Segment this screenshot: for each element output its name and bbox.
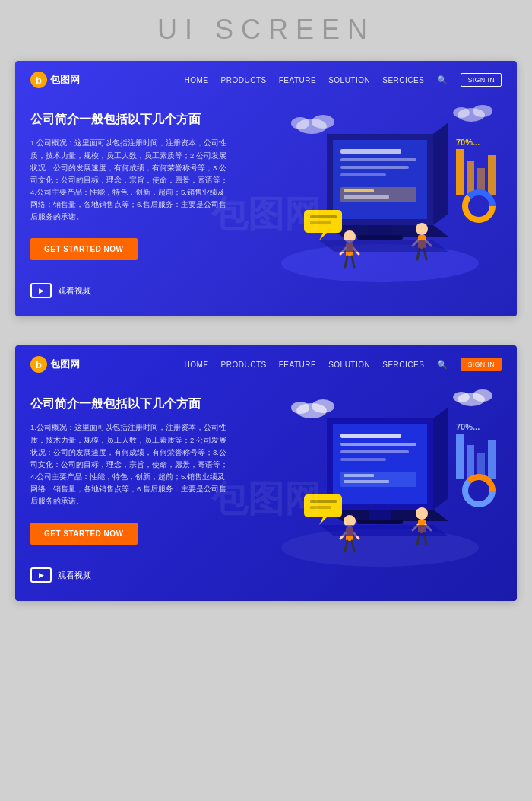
svg-point-27	[416, 223, 428, 235]
search-icon-bottom[interactable]: 🔍	[436, 358, 448, 370]
logo-text-top: 包图网	[50, 73, 80, 87]
svg-rect-47	[340, 434, 401, 438]
svg-rect-57	[357, 520, 403, 524]
right-illustration-top: 70%...	[228, 103, 502, 301]
nav-solution-bottom[interactable]: SOLUTION	[328, 361, 370, 369]
nav-feature-bottom[interactable]: FEATURE	[279, 361, 316, 369]
ui-card-top: b 包图网 HOME PRODUCTS FEATURE SOLUTION SER…	[15, 61, 517, 316]
logo-icon-top: b	[30, 72, 47, 88]
video-play-icon-top[interactable]: ▶	[30, 283, 52, 298]
svg-point-86	[473, 389, 492, 402]
nav-feature-top[interactable]: FEATURE	[279, 76, 316, 84]
svg-rect-49	[340, 450, 409, 453]
illustration-top: 70%...	[251, 88, 509, 316]
nav-products-bottom[interactable]: PRODUCTS	[221, 361, 267, 369]
svg-rect-37	[310, 221, 331, 224]
svg-point-83	[312, 399, 334, 413]
cards-gap	[0, 327, 532, 339]
svg-marker-33	[319, 240, 448, 252]
content-area-bottom: 公司简介一般包括以下几个方面 1.公司概况：这里面可以包括注册时间，注册资本，公…	[15, 380, 517, 601]
description-bottom: 1.公司概况：这里面可以包括注册时间，注册资本，公司性质，技术力量，规模，员工人…	[30, 421, 228, 507]
svg-point-42	[473, 105, 492, 117]
nav-links-top: HOME PRODUCTS FEATURE SOLUTION SERCICES …	[185, 73, 502, 87]
svg-rect-6	[340, 173, 386, 176]
svg-rect-36	[310, 215, 337, 218]
navbar-top: b 包图网 HOME PRODUCTS FEATURE SOLUTION SER…	[15, 61, 517, 96]
svg-rect-13	[357, 235, 403, 240]
right-illustration-bottom: 70%...	[228, 388, 502, 586]
nav-home-top[interactable]: HOME	[185, 76, 209, 84]
left-content-top: 公司简介一般包括以下几个方面 1.公司概况：这里面可以包括注册时间，注册资本，公…	[30, 103, 228, 298]
ui-card-bottom: b 包图网 HOME PRODUCTS FEATURE SOLUTION SER…	[15, 345, 517, 601]
svg-point-40	[291, 117, 309, 129]
svg-rect-61	[488, 440, 496, 479]
svg-text:70%...: 70%...	[456, 138, 480, 147]
svg-marker-10	[433, 122, 448, 225]
svg-point-87	[453, 392, 470, 402]
main-title-bottom: 公司简介一般包括以下几个方面	[30, 396, 228, 412]
video-play-icon-bottom[interactable]: ▶	[30, 567, 52, 583]
svg-rect-50	[340, 458, 386, 461]
svg-marker-54	[433, 407, 448, 510]
page-title-section: UI SCREEN	[0, 0, 532, 55]
signin-button-bottom[interactable]: SIGN IN	[461, 358, 502, 371]
logo-bottom: b 包图网	[30, 356, 80, 373]
svg-rect-17	[488, 155, 496, 195]
svg-marker-35	[319, 233, 327, 240]
svg-point-43	[453, 107, 470, 118]
content-area-top: 公司简介一般包括以下几个方面 1.公司概况：这里面可以包括注册时间，注册资本，公…	[15, 96, 517, 316]
video-text-top: 观看视频	[58, 285, 91, 297]
svg-rect-81	[310, 506, 331, 509]
svg-rect-14	[456, 149, 464, 195]
svg-rect-80	[310, 500, 337, 503]
svg-marker-77	[319, 525, 448, 536]
svg-rect-53	[344, 480, 389, 483]
svg-rect-9	[344, 195, 389, 199]
video-text-bottom: 观看视频	[58, 570, 91, 581]
svg-rect-15	[467, 161, 474, 195]
nav-sercices-bottom[interactable]: SERCICES	[382, 361, 424, 369]
description-top: 1.公司概况：这里面可以包括注册时间，注册资本，公司性质，技术力量，规模，员工人…	[30, 137, 228, 223]
svg-rect-4	[340, 158, 416, 161]
svg-marker-79	[319, 517, 327, 525]
nav-links-bottom: HOME PRODUCTS FEATURE SOLUTION SERCICES …	[185, 358, 502, 371]
svg-rect-12	[369, 225, 391, 237]
page-title: UI SCREEN	[0, 14, 532, 46]
video-section-bottom: ▶ 观看视频	[30, 567, 228, 583]
cta-button-top[interactable]: GET STARTED NOW	[30, 238, 138, 260]
nav-solution-top[interactable]: SOLUTION	[328, 76, 370, 84]
card-top-wrapper: b 包图网 HOME PRODUCTS FEATURE SOLUTION SER…	[15, 61, 517, 316]
svg-rect-59	[467, 445, 474, 479]
bottom-padding	[0, 612, 532, 634]
illustration-bottom: 70%...	[251, 373, 509, 601]
svg-rect-8	[344, 189, 374, 192]
nav-products-top[interactable]: PRODUCTS	[221, 76, 267, 84]
video-section-top: ▶ 观看视频	[30, 283, 228, 298]
main-title-top: 公司简介一般包括以下几个方面	[30, 111, 228, 128]
svg-point-84	[291, 402, 309, 414]
svg-rect-52	[344, 474, 374, 477]
left-content-bottom: 公司简介一般包括以下几个方面 1.公司概况：这里面可以包括注册时间，注册资本，公…	[30, 388, 228, 583]
svg-point-71	[416, 507, 428, 520]
logo-top: b 包图网	[30, 72, 80, 88]
svg-point-39	[312, 115, 334, 129]
nav-home-bottom[interactable]: HOME	[185, 361, 209, 369]
logo-icon-bottom: b	[30, 356, 47, 373]
nav-sercices-top[interactable]: SERCICES	[382, 76, 424, 84]
card-bottom-wrapper: b 包图网 HOME PRODUCTS FEATURE SOLUTION SER…	[15, 345, 517, 601]
svg-rect-58	[456, 434, 464, 479]
navbar-bottom: b 包图网 HOME PRODUCTS FEATURE SOLUTION SER…	[15, 345, 517, 380]
svg-rect-3	[340, 149, 401, 154]
svg-rect-48	[340, 443, 416, 446]
signin-button-top[interactable]: SIGN IN	[461, 73, 502, 87]
svg-text:70%...: 70%...	[456, 422, 480, 431]
svg-rect-5	[340, 166, 409, 169]
cta-button-bottom[interactable]: GET STARTED NOW	[30, 523, 138, 545]
svg-rect-56	[369, 510, 391, 521]
logo-text-bottom: 包图网	[50, 358, 80, 371]
search-icon-top[interactable]: 🔍	[436, 74, 448, 86]
